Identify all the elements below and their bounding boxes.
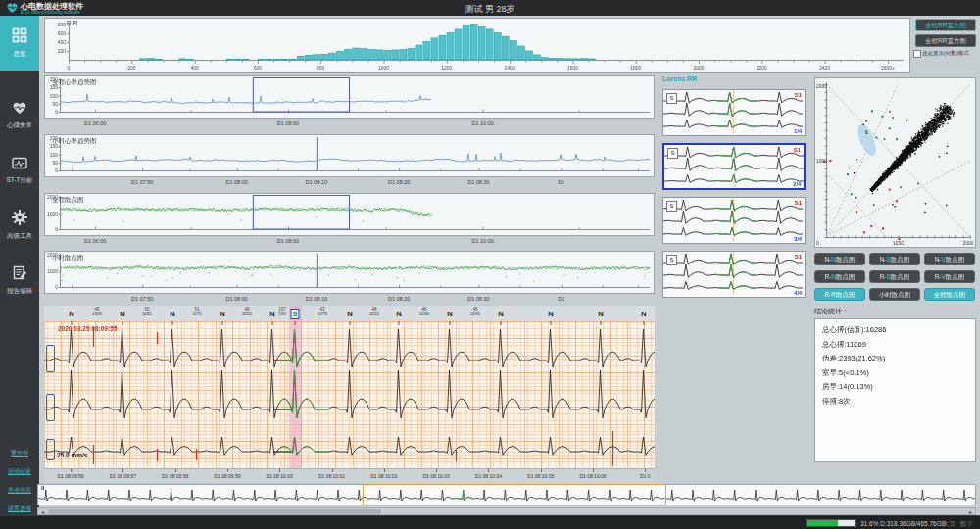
- full-hr-trend-canvas[interactable]: [45, 76, 654, 118]
- beat-label-N[interactable]: N: [69, 310, 74, 318]
- ecg-strip-canvas[interactable]: [44, 321, 655, 468]
- x-axis-tick-label: D1 08:00: [225, 296, 247, 302]
- sidebar-item-3[interactable]: ST-T分析: [0, 147, 39, 194]
- full-scatter-panel[interactable]: 全程散点图: [44, 193, 655, 236]
- scatter-type-button-3-2[interactable]: 小时散点图: [869, 288, 920, 301]
- beat-label-N[interactable]: N: [548, 310, 553, 318]
- hour-hr-trend-title: 小时心率趋势图: [52, 137, 97, 146]
- strip-tag-label: S1: [794, 147, 801, 153]
- hour-scatter-panel[interactable]: 小时散点图: [44, 251, 655, 294]
- lead-caliper-2[interactable]: [46, 394, 55, 421]
- lorenz-strip-card-3[interactable]: SS13/4: [662, 197, 806, 244]
- scatter-type-button-3-3[interactable]: 全程散点图: [924, 288, 975, 301]
- timeline-label: D1 08:10:03: [422, 473, 449, 479]
- lead-caliper-3[interactable]: [46, 439, 55, 460]
- gear-icon: [12, 210, 27, 229]
- scatter-type-button-3-1[interactable]: R-R散点图: [814, 288, 865, 301]
- hour-scatter-canvas[interactable]: [45, 252, 654, 293]
- hour-hr-trend-canvas[interactable]: [45, 135, 654, 176]
- timeline-label: D1 08:10:02: [370, 473, 397, 479]
- patient-info: 测试 男 28岁: [0, 3, 980, 16]
- log-display-checkbox-label: 优化显示(对数)模式: [922, 50, 969, 57]
- scroll-right-icon[interactable]: ►: [968, 509, 973, 515]
- beat-label-N[interactable]: N: [641, 310, 646, 318]
- beat-label-N[interactable]: N: [120, 310, 124, 318]
- status-bar: 31.6% D:318.36GB/465.76GB 大写 数字: [0, 515, 980, 529]
- hour-hr-trend-panel[interactable]: 小时心率趋势图: [44, 134, 655, 177]
- scroll-left-icon[interactable]: ◄: [40, 509, 45, 515]
- beat-label-N[interactable]: N: [396, 310, 401, 318]
- x-axis-tick-label: D1 06:00: [84, 120, 106, 126]
- disk-usage-text: 31.6% D:318.36GB/465.76GB: [860, 520, 946, 527]
- timeline-tick: [541, 469, 542, 472]
- sidebar-item-label: 报告编辑: [7, 287, 32, 296]
- full-hr-trend-title: 全程心率趋势图: [52, 78, 97, 87]
- sidebar-item-4[interactable]: 高级工具: [0, 202, 39, 249]
- lorenz-plot-canvas[interactable]: [815, 78, 975, 247]
- full-rr-histogram-button-2[interactable]: 全程RR直方图: [915, 34, 976, 47]
- beat-label-N[interactable]: N: [220, 310, 224, 318]
- timeline-tick: [122, 469, 123, 472]
- beat-label-N[interactable]: N: [498, 310, 503, 318]
- log-display-checkbox[interactable]: [913, 50, 921, 58]
- full-hr-trend-panel[interactable]: 全程心率趋势图: [44, 75, 655, 119]
- lorenz-plot-panel[interactable]: [814, 77, 976, 248]
- rr-histogram-panel[interactable]: R-R: [44, 18, 910, 73]
- x-axis-tick-label: D1 08:00: [277, 238, 299, 244]
- sidebar-link-4[interactable]: 设置选项: [0, 505, 39, 513]
- overview-selection-box[interactable]: [363, 484, 666, 505]
- timeline-tick: [488, 469, 489, 472]
- report-edit-icon: [13, 265, 27, 284]
- beat-label-N[interactable]: N: [347, 310, 352, 318]
- statistic-line-4: 室早:5(<0.1%): [822, 368, 869, 378]
- sidebar-link-2[interactable]: 活动记录: [0, 467, 39, 476]
- scatter-type-button-1-1[interactable]: N-N散点图: [814, 253, 865, 265]
- scatter-type-button-2-1[interactable]: R-N散点图: [814, 270, 865, 283]
- hour-scatter-title: 小时散点图: [52, 254, 84, 263]
- timeline-tick: [71, 469, 72, 472]
- full-rr-histogram-button[interactable]: 全程RR直方图: [915, 19, 976, 31]
- x-axis-tick-label: D1 07:50: [131, 179, 153, 185]
- interval-values: 481235: [242, 307, 252, 316]
- sidebar-item-2[interactable]: 心律失常: [0, 92, 39, 139]
- x-axis-tick-label: D1: [558, 179, 564, 185]
- lead-caliper-1[interactable]: [46, 345, 55, 372]
- beat-label-N[interactable]: N: [270, 310, 274, 318]
- scatter-type-button-1-2[interactable]: N-S散点图: [869, 253, 920, 265]
- sidebar-link-1[interactable]: 重分析: [0, 449, 39, 457]
- beat-label-N[interactable]: N: [170, 310, 174, 318]
- app-window: 心电数据处理软件 ECG data processing software 测试…: [0, 0, 980, 529]
- paper-speed-label: 25.0 mm/s: [57, 452, 87, 458]
- beat-label-S[interactable]: S: [290, 309, 299, 319]
- disk-usage-progress-fill: [807, 520, 838, 526]
- lorenz-strip-card-1[interactable]: SS11/4: [662, 89, 806, 136]
- full-scatter-canvas[interactable]: [45, 194, 654, 235]
- beat-label-N[interactable]: N: [598, 310, 603, 318]
- lorenz-strip-card-4[interactable]: SS14/4: [662, 251, 806, 298]
- beat-label-N[interactable]: N: [447, 310, 452, 318]
- scatter-type-button-2-3[interactable]: R-V散点图: [924, 270, 975, 283]
- sidebar-item-1[interactable]: 总览: [0, 16, 39, 71]
- lorenz-rr-header: Lorenz-RR: [662, 75, 697, 82]
- strip-tag-label: S1: [795, 92, 802, 98]
- sidebar-item-5[interactable]: 报告编辑: [0, 257, 39, 304]
- hour-hr-trend-xaxis: D1 07:50D1 08:00D1 08:10D1 08:20D1 08:30…: [44, 178, 655, 189]
- horizontal-scrollbar[interactable]: ◄ ►: [37, 507, 976, 515]
- rr-histogram-canvas[interactable]: [45, 19, 909, 72]
- scatter-type-button-1-3[interactable]: N-V散点图: [924, 253, 975, 265]
- grid-icon: [12, 27, 27, 47]
- strip-ecg-canvas: [663, 90, 803, 133]
- timeline-tick: [279, 469, 280, 472]
- strip-page-indicator: 4/4: [794, 290, 802, 296]
- sidebar-item-label: ST-T分析: [6, 176, 32, 185]
- interval-values: 481245: [470, 307, 480, 316]
- scatter-type-button-2-2[interactable]: R-S散点图: [869, 270, 920, 283]
- timeline-tick: [175, 469, 176, 472]
- lorenz-strip-card-2[interactable]: SS12/4: [662, 143, 806, 190]
- beat-type-label: S: [666, 93, 677, 104]
- interval-values: 501195: [142, 307, 152, 316]
- statistic-line-2: 总心搏:11069: [822, 340, 866, 350]
- beat-type-label: S: [666, 255, 677, 265]
- sidebar-link-3[interactable]: 患者信息: [0, 486, 39, 495]
- scrollbar-thumb[interactable]: [48, 509, 381, 514]
